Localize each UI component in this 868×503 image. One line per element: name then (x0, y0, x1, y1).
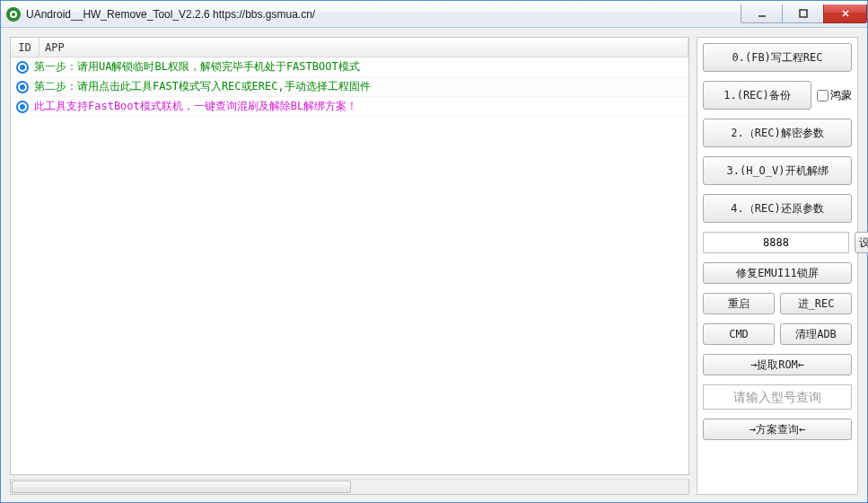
bullet-icon (16, 101, 29, 113)
svg-rect-3 (800, 10, 807, 17)
minimize-button[interactable] (741, 4, 783, 23)
maximize-button[interactable] (782, 4, 824, 23)
clear-adb-button[interactable]: 清理ADB (780, 323, 852, 345)
scrollbar-thumb[interactable] (12, 481, 351, 493)
app-window: UAndroid__HW_Remove_Tool_V2.2.6 https://… (0, 0, 868, 503)
harmony-checkbox[interactable]: 鸿蒙 (817, 81, 852, 110)
column-header-id[interactable]: ID (11, 38, 39, 57)
list-body[interactable]: 第一步：请用UA解锁临时BL权限，解锁完毕手机处于FASTBOOT模式 第二步：… (11, 57, 688, 474)
list-item-text: 第二步：请用点击此工具FAST模式写入REC或EREC,手动选择工程固件 (34, 79, 371, 94)
svg-point-1 (12, 13, 15, 16)
list-item[interactable]: 第二步：请用点击此工具FAST模式写入REC或EREC,手动选择工程固件 (11, 77, 688, 97)
reboot-button[interactable]: 重启 (703, 293, 775, 314)
list-item-text: 此工具支持FastBoot模式联机，一键查询混刷及解除BL解绑方案！ (34, 99, 357, 114)
window-controls (741, 4, 867, 23)
list-item-text: 第一步：请用UA解锁临时BL权限，解锁完毕手机处于FASTBOOT模式 (34, 59, 360, 75)
column-header-app[interactable]: APP (39, 38, 688, 57)
horizontal-scrollbar[interactable] (10, 479, 689, 495)
list-header: ID APP (11, 38, 688, 57)
write-rec-button[interactable]: 0.(FB)写工程REC (703, 43, 852, 72)
model-search-input[interactable] (703, 384, 852, 410)
set-password-button[interactable]: 设置密码 (855, 232, 868, 253)
list-item[interactable]: 此工具支持FastBoot模式联机，一键查询混刷及解除BL解绑方案！ (11, 97, 688, 117)
log-list: ID APP 第一步：请用UA解锁临时BL权限，解锁完毕手机处于FASTBOOT… (10, 37, 689, 475)
backup-button[interactable]: 1.(REC)备份 (703, 81, 811, 110)
password-input[interactable] (703, 232, 849, 253)
enter-rec-button[interactable]: 进_REC (780, 293, 852, 314)
bullet-icon (16, 61, 29, 74)
boot-unbind-button[interactable]: 3.(H_O_V)开机解绑 (703, 156, 852, 185)
left-column: ID APP 第一步：请用UA解锁临时BL权限，解锁完毕手机处于FASTBOOT… (10, 37, 689, 495)
fix-emui-lock-button[interactable]: 修复EMUI11锁屏 (703, 262, 852, 284)
client-area: ID APP 第一步：请用UA解锁临时BL权限，解锁完毕手机处于FASTBOOT… (1, 28, 867, 502)
plan-query-button[interactable]: →方案查询← (703, 419, 852, 440)
app-icon (6, 7, 21, 22)
list-item[interactable]: 第一步：请用UA解锁临时BL权限，解锁完毕手机处于FASTBOOT模式 (11, 57, 688, 77)
harmony-checkbox-label: 鸿蒙 (830, 88, 852, 103)
harmony-checkbox-input[interactable] (817, 90, 829, 101)
decrypt-params-button[interactable]: 2.（REC)解密参数 (703, 119, 852, 147)
close-button[interactable] (823, 4, 867, 23)
cmd-button[interactable]: CMD (703, 323, 775, 345)
extract-rom-button[interactable]: →提取ROM← (703, 354, 852, 375)
action-panel: 0.(FB)写工程REC 1.(REC)备份 鸿蒙 2.（REC)解密参数 3.… (697, 37, 858, 495)
titlebar[interactable]: UAndroid__HW_Remove_Tool_V2.2.6 https://… (1, 1, 867, 28)
bullet-icon (16, 81, 29, 93)
restore-params-button[interactable]: 4.（REC)还原参数 (703, 194, 852, 223)
window-title: UAndroid__HW_Remove_Tool_V2.2.6 https://… (26, 8, 315, 21)
